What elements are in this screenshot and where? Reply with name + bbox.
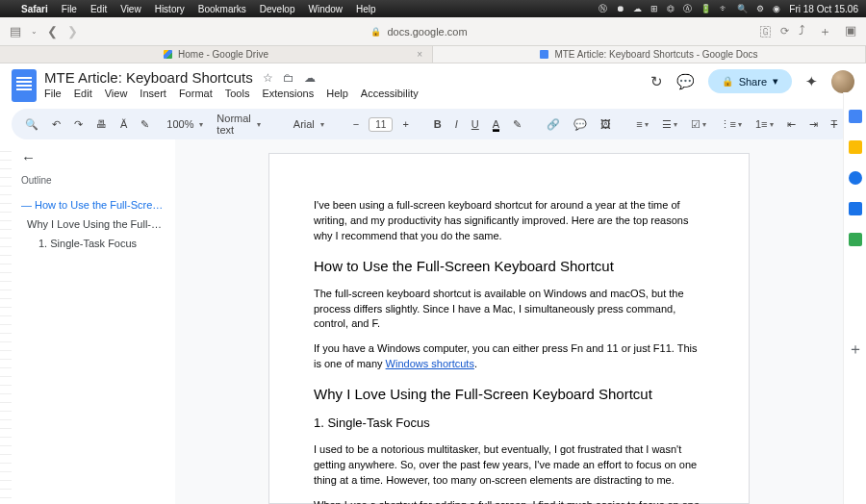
close-outline-icon[interactable]: ← [21, 149, 36, 165]
control-center-icon[interactable]: ⚙ [756, 4, 764, 13]
decrease-indent-icon[interactable]: ⇤ [783, 115, 800, 134]
numbered-list-icon[interactable]: 1≡▾ [751, 115, 777, 133]
search-icon[interactable]: 🔍 [737, 4, 748, 13]
close-tab-icon[interactable]: × [417, 49, 422, 60]
clear-format-icon[interactable]: T [828, 115, 842, 133]
insert-link-icon[interactable]: 🔗 [543, 115, 564, 134]
docs-menu-tools[interactable]: Tools [225, 88, 250, 99]
docs-menu-edit[interactable]: Edit [74, 88, 92, 99]
status-icon[interactable]: ☁ [633, 4, 642, 13]
tab-drive[interactable]: Home - Google Drive × [0, 46, 433, 63]
bulleted-list-icon[interactable]: ⋮≡▾ [716, 115, 746, 134]
body-paragraph[interactable]: If you have a Windows computer, you can … [314, 341, 704, 372]
siri-icon[interactable]: ◉ [773, 4, 780, 13]
tasks-icon[interactable] [849, 171, 862, 185]
bold-icon[interactable]: B [430, 115, 446, 133]
keep-icon[interactable] [849, 140, 862, 154]
status-icon[interactable]: ⊞ [650, 4, 658, 13]
highlight-icon[interactable]: ✎ [509, 115, 525, 134]
move-icon[interactable]: 🗀 [283, 71, 294, 85]
document-title[interactable]: MTE Article: Keyboard Shortcuts [44, 69, 253, 86]
spellcheck-icon[interactable]: Ă [116, 115, 131, 133]
sidebar-toggle-icon[interactable]: ▤ [10, 24, 21, 38]
back-button[interactable]: ❮ [47, 24, 58, 38]
outline-item[interactable]: How to Use the Full-Screen Keyb... [21, 195, 167, 214]
subheading[interactable]: 1. Single-Task Focus [314, 415, 704, 433]
print-icon[interactable]: 🖶 [92, 115, 111, 133]
decrease-font-icon[interactable]: − [349, 115, 363, 133]
font-size-input[interactable]: 11 [369, 117, 393, 132]
insert-comment-icon[interactable]: 💬 [570, 115, 591, 134]
status-icon[interactable]: ⏺ [616, 4, 624, 13]
star-icon[interactable]: ☆ [263, 71, 273, 85]
link-windows-shortcuts[interactable]: Windows shortcuts [386, 358, 474, 369]
line-spacing-icon[interactable]: ☰▾ [658, 115, 681, 134]
translate-icon[interactable]: 🇬 [760, 26, 771, 38]
share-button[interactable]: 🔒 Share ▾ [708, 69, 792, 93]
menu-help[interactable]: Help [356, 4, 376, 14]
font-select[interactable]: Arial▾ [286, 115, 332, 133]
paint-format-icon[interactable]: ✎ [137, 115, 153, 134]
menu-safari[interactable]: Safari [21, 4, 48, 14]
body-paragraph[interactable]: When I use a shortcut for adding a full … [314, 498, 704, 504]
zoom-select[interactable]: 100%▾ [159, 115, 191, 133]
checklist-icon[interactable]: ☑▾ [687, 115, 710, 134]
align-icon[interactable]: ≡▾ [632, 115, 651, 133]
account-avatar[interactable] [831, 70, 854, 93]
history-icon[interactable]: ↻ [650, 73, 663, 90]
style-select[interactable]: Normal text▾ [209, 110, 267, 139]
increase-font-icon[interactable]: + [398, 115, 412, 133]
text-color-icon[interactable]: A [489, 115, 503, 133]
undo-icon[interactable]: ↶ [48, 115, 64, 134]
add-addon-icon[interactable]: ＋ [848, 340, 863, 360]
menu-develop[interactable]: Develop [260, 4, 295, 14]
wifi-icon[interactable]: ᯤ [720, 4, 728, 13]
body-paragraph[interactable]: The full-screen keyboard shortcut is ava… [314, 287, 704, 333]
status-icon[interactable]: Ⓝ [599, 3, 607, 15]
menu-file[interactable]: File [62, 4, 77, 14]
reload-icon[interactable]: ⟳ [780, 25, 789, 38]
menu-history[interactable]: History [155, 4, 185, 14]
outline-item[interactable]: Why I Love Using the Full-Screen... [21, 214, 167, 234]
page-canvas[interactable]: I've been using a full-screen keyboard s… [175, 139, 843, 504]
italic-icon[interactable]: I [451, 115, 462, 133]
cloud-status-icon[interactable]: ☁ [304, 71, 316, 85]
battery-icon[interactable]: 🔋 [700, 4, 711, 13]
tabs-icon[interactable]: ▣ [845, 23, 856, 40]
heading[interactable]: How to Use the Full-Screen Keyboard Shor… [314, 256, 704, 277]
heading[interactable]: Why I Love Using the Full-Screen Keyboar… [314, 384, 704, 405]
menu-view[interactable]: View [120, 4, 141, 14]
redo-icon[interactable]: ↷ [70, 115, 87, 134]
search-menus-icon[interactable]: 🔍 [21, 115, 42, 134]
docs-menu-view[interactable]: View [105, 88, 128, 99]
docs-logo-icon[interactable] [12, 69, 37, 102]
docs-menu-accessibility[interactable]: Accessibility [361, 88, 419, 99]
menu-bookmarks[interactable]: Bookmarks [198, 4, 246, 14]
clock[interactable]: Fri 18 Oct 15.06 [789, 4, 858, 14]
docs-menu-file[interactable]: File [44, 88, 62, 99]
docs-menu-format[interactable]: Format [179, 88, 213, 99]
increase-indent-icon[interactable]: ⇥ [805, 115, 822, 134]
status-icon[interactable]: ⏣ [667, 4, 675, 13]
underline-icon[interactable]: U [468, 115, 483, 133]
menu-window[interactable]: Window [309, 4, 344, 14]
calendar-icon[interactable] [849, 110, 862, 123]
contacts-icon[interactable] [849, 202, 862, 215]
body-paragraph[interactable]: I used to be a notorious multitasker, bu… [314, 442, 704, 489]
status-icon[interactable]: Ⓐ [683, 3, 692, 15]
docs-menu-extensions[interactable]: Extensions [262, 88, 314, 99]
document-page[interactable]: I've been using a full-screen keyboard s… [268, 153, 750, 504]
menu-edit[interactable]: Edit [90, 4, 107, 14]
address-bar[interactable]: 🔒 docs.google.com [88, 26, 751, 38]
outline-item[interactable]: 1. Single-Task Focus [21, 234, 167, 253]
dropdown-icon[interactable]: ⌄ [31, 27, 38, 36]
comments-icon[interactable]: 💬 [676, 73, 695, 90]
maps-icon[interactable] [849, 233, 862, 246]
docs-menu-help[interactable]: Help [326, 88, 348, 99]
new-tab-icon[interactable]: ＋ [819, 23, 831, 40]
share-icon[interactable]: ⤴ [799, 23, 805, 40]
docs-menu-insert[interactable]: Insert [140, 88, 166, 99]
body-paragraph[interactable]: I've been using a full-screen keyboard s… [314, 198, 704, 244]
insert-image-icon[interactable]: 🖼 [597, 115, 615, 133]
tab-docs[interactable]: MTE Article: Keyboard Shortcuts - Google… [433, 46, 866, 63]
